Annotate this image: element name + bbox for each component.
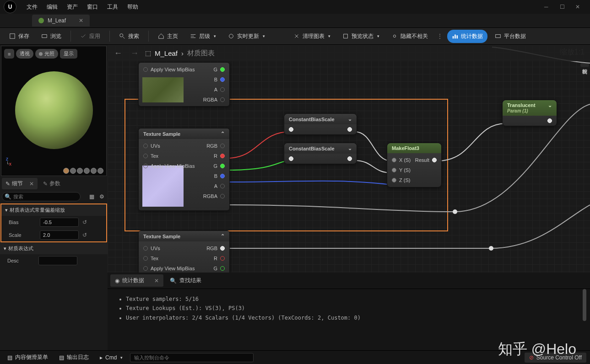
console-input[interactable] bbox=[130, 353, 254, 362]
clean-button[interactable]: 清理图表▾ bbox=[289, 30, 335, 43]
grid-icon[interactable]: ▦ bbox=[87, 193, 96, 201]
bias-input[interactable] bbox=[40, 218, 79, 227]
separator: › bbox=[181, 49, 184, 57]
content-drawer-button[interactable]: ▤内容侧滑菜单 bbox=[4, 352, 52, 363]
document-tab[interactable]: M_Leaf ✕ bbox=[32, 15, 90, 27]
svg-point-1 bbox=[120, 34, 123, 37]
bias-label: Bias bbox=[9, 219, 36, 225]
level-button[interactable]: 层级▾ bbox=[185, 30, 221, 43]
browse-button[interactable]: 浏览 bbox=[37, 30, 66, 43]
node-translucent[interactable]: Translucent⌄Param (1) bbox=[502, 100, 557, 126]
close-icon[interactable]: ✕ bbox=[575, 4, 582, 10]
svg-point-3 bbox=[229, 34, 233, 38]
gear-icon[interactable]: ⚙ bbox=[97, 193, 106, 201]
tab-details[interactable]: ✎细节✕ bbox=[2, 178, 38, 189]
minimize-icon[interactable]: ─ bbox=[544, 4, 551, 10]
maximize-icon[interactable]: ☐ bbox=[560, 4, 566, 10]
node-constant-bias-scale[interactable]: ConstantBiasScale⌄ bbox=[284, 113, 357, 135]
preview-state-button[interactable]: 预览状态▾ bbox=[338, 30, 384, 43]
scrollbar[interactable] bbox=[583, 289, 586, 321]
menu-window[interactable]: 窗口 bbox=[82, 3, 103, 11]
live-update-button[interactable]: 实时更新▾ bbox=[223, 30, 270, 43]
detail-search-row: 🔍 ▦ ⚙ bbox=[0, 190, 108, 203]
tab-params[interactable]: ✎参数 bbox=[39, 178, 64, 189]
detail-search-input[interactable] bbox=[2, 192, 81, 201]
scale-input[interactable] bbox=[40, 230, 79, 240]
stat-line: User interpolators: 2/4 Scalars (1/4 Vec… bbox=[126, 313, 579, 322]
apply-button[interactable]: 应用 bbox=[76, 30, 105, 43]
svg-rect-8 bbox=[457, 35, 458, 38]
tab-stats[interactable]: ◉统计数据✕ bbox=[110, 274, 163, 287]
home-button[interactable]: 主页 bbox=[153, 30, 183, 43]
save-button[interactable]: 保存 bbox=[5, 30, 34, 43]
reset-icon[interactable]: ↺ bbox=[82, 232, 87, 238]
texture-thumbnail bbox=[142, 77, 184, 102]
back-icon[interactable]: ← bbox=[112, 48, 124, 58]
material-preview[interactable]: ≡ 透视 光照 显示 z└x bbox=[1, 46, 107, 176]
cmd-dropdown[interactable]: ▸Cmd▾ bbox=[96, 353, 126, 363]
section-header[interactable]: ▾材质表达式常量偏差缩放 bbox=[1, 204, 106, 216]
ue-logo-icon[interactable]: U bbox=[4, 0, 16, 13]
menu-file[interactable]: 文件 bbox=[22, 3, 42, 11]
prop-bias: Bias ↺ bbox=[1, 216, 106, 229]
graph-header: ← → ⬚ M_Leaf › 材质图表 bbox=[108, 45, 590, 61]
light-button[interactable]: 光照 bbox=[35, 49, 58, 59]
prop-desc: Desc bbox=[0, 254, 108, 267]
tab-close-icon[interactable]: ✕ bbox=[79, 17, 83, 24]
forward-icon[interactable]: → bbox=[129, 48, 141, 58]
node-texture-sample[interactable]: Texture Sample⌃ UVsRGB TexR Apply View M… bbox=[138, 128, 230, 211]
tab-close-icon[interactable]: ✕ bbox=[29, 181, 34, 187]
palette-button[interactable]: 控制板 bbox=[580, 63, 589, 67]
menu-asset[interactable]: 资产 bbox=[62, 3, 82, 11]
menu-tool[interactable]: 工具 bbox=[103, 3, 123, 11]
preview-menu-icon[interactable]: ≡ bbox=[4, 49, 14, 59]
svg-rect-9 bbox=[496, 35, 501, 38]
reroute-node[interactable] bbox=[453, 209, 457, 214]
tab-find[interactable]: 🔍查找结果 bbox=[165, 274, 206, 287]
section-header[interactable]: ▾材质表达式 bbox=[0, 243, 108, 254]
reroute-node[interactable] bbox=[489, 246, 493, 251]
breadcrumb: ⬚ M_Leaf › 材质图表 bbox=[145, 49, 215, 58]
drawer-icon: ▤ bbox=[7, 354, 12, 361]
prop-scale: Scale ↺ bbox=[1, 229, 106, 241]
svg-rect-4 bbox=[344, 34, 348, 38]
preview-shape-modes[interactable] bbox=[63, 168, 103, 174]
log-icon: ▤ bbox=[59, 354, 64, 361]
svg-point-5 bbox=[393, 35, 395, 37]
node-make-float3[interactable]: MakeFloat3 X (S)Result Y (S) Z (S) bbox=[387, 143, 442, 187]
show-button[interactable]: 显示 bbox=[60, 49, 77, 59]
output-log-button[interactable]: ▤输出日志 bbox=[55, 352, 92, 363]
stats-button[interactable]: 统计数据 bbox=[447, 30, 487, 43]
breadcrumb-root[interactable]: M_Leaf bbox=[155, 49, 178, 57]
svg-line-2 bbox=[123, 37, 125, 39]
edit-icon: ✎ bbox=[5, 181, 10, 187]
section-bias-scale: ▾材质表达式常量偏差缩放 Bias ↺ Scale ↺ bbox=[0, 203, 107, 242]
collapse-icon[interactable]: ⌃ bbox=[221, 233, 225, 239]
detail-tab-bar: ✎细节✕ ✎参数 bbox=[0, 177, 108, 190]
stat-line: Texture Lookups (Est.): VS(3), PS(3) bbox=[126, 304, 579, 313]
search-button[interactable]: 搜索 bbox=[114, 30, 144, 43]
node-texture-sample[interactable]: Apply View MipBiasG B A RGBA bbox=[138, 62, 230, 107]
stats-icon: ◉ bbox=[115, 278, 119, 284]
node-texture-sample[interactable]: Texture Sample⌃ UVsRGB TexR Apply View M… bbox=[138, 230, 230, 276]
stat-line: Texture samplers: 5/16 bbox=[126, 294, 579, 304]
hide-button[interactable]: 隐藏不相关 bbox=[387, 30, 433, 43]
scale-label: Scale bbox=[9, 232, 36, 238]
console-icon: ▸ bbox=[100, 354, 103, 361]
perspective-button[interactable]: 透视 bbox=[16, 49, 33, 59]
chevron-icon[interactable]: ⌄ bbox=[348, 145, 352, 151]
menu-help[interactable]: 帮助 bbox=[123, 3, 143, 11]
menu-edit[interactable]: 编辑 bbox=[42, 3, 62, 11]
bottom-tab-bar: ◉统计数据✕ 🔍查找结果 bbox=[108, 273, 590, 289]
reset-icon[interactable]: ↺ bbox=[82, 219, 87, 225]
chevron-icon[interactable]: ⌄ bbox=[348, 116, 352, 122]
more-icon[interactable]: ⋮ bbox=[435, 33, 444, 39]
platform-button[interactable]: 平台数据 bbox=[490, 30, 530, 43]
toolbar: 保存 浏览 应用 搜索 主页 层级▾ 实时更新▾ 清理图表▾ 预览状态▾ 隐藏不… bbox=[0, 27, 590, 45]
tab-close-icon[interactable]: ✕ bbox=[154, 278, 159, 284]
graph-icon: ⬚ bbox=[145, 49, 151, 57]
chevron-icon[interactable]: ⌄ bbox=[548, 102, 552, 108]
desc-input[interactable] bbox=[38, 256, 77, 265]
node-constant-bias-scale[interactable]: ConstantBiasScale⌄ bbox=[284, 143, 357, 164]
collapse-icon[interactable]: ⌃ bbox=[221, 131, 225, 137]
